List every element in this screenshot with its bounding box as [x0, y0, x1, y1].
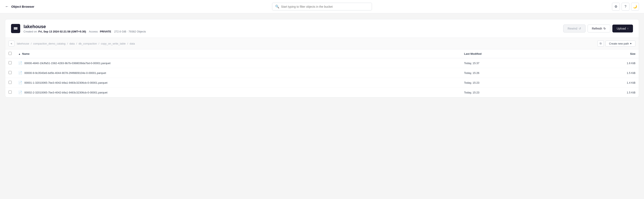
- bucket-meta: Created on: Fri, Sep 13 2024 02:21:58 (G…: [24, 30, 146, 33]
- create-path-button[interactable]: Create new path ✦: [606, 40, 636, 47]
- refresh-icon: ↻: [604, 27, 606, 30]
- bucket-header: lakehouse Created on: Fri, Sep 13 2024 0…: [5, 19, 639, 38]
- table-row: 📄 00002-2-32010065-7be3-4042-b9a1-9483c3…: [5, 88, 639, 98]
- upload-icon: ↑: [627, 27, 628, 30]
- breadcrumb-separator-0: /: [31, 42, 32, 45]
- table-header-row: ▲ Name Last Modified Size: [5, 49, 639, 58]
- breadcrumb-separator-4: /: [127, 42, 129, 45]
- header-right: ⚙ ? 🌙: [612, 3, 639, 10]
- row-name-cell: 📄 00000-4840-19cffa51-1582-4283-9b7b-036…: [15, 58, 461, 68]
- access-label: Access:: [89, 30, 98, 33]
- page-title: Object Browser: [11, 5, 34, 8]
- row-modified-cell: Today, 15:26: [461, 68, 570, 78]
- breadcrumb-separator-1: /: [67, 42, 68, 45]
- size-column-header: Size: [570, 49, 639, 58]
- settings-button[interactable]: ⚙: [612, 3, 620, 10]
- created-date: Fri, Sep 13 2024 02:21:58 (GMT+5:30): [38, 30, 86, 33]
- row-name-text[interactable]: 00002-2-32010065-7be3-4042-b9a1-9483c323…: [24, 91, 108, 94]
- breadcrumb-part-4[interactable]: copy_on_write_table: [101, 42, 126, 45]
- svg-rect-1: [14, 28, 18, 29]
- bucket-card: lakehouse Created on: Fri, Sep 13 2024 0…: [5, 19, 639, 98]
- row-name-cell: 📄 00001-1-32010065-7be3-4042-b9a1-9483c3…: [15, 78, 461, 88]
- copy-path-button[interactable]: ⧉: [598, 40, 604, 47]
- breadcrumb-bar: < lakehouse / compaction_demo_catalog / …: [5, 38, 639, 49]
- row-name-text[interactable]: 00001-1-32010065-7be3-4042-b9a1-9483c323…: [24, 81, 108, 84]
- bucket-icon: [11, 24, 20, 33]
- breadcrumb-separator-3: /: [98, 42, 100, 45]
- copy-icon: ⧉: [600, 42, 602, 45]
- table-row: 📄 00001-1-32010065-7be3-4042-b9a1-9483c3…: [5, 78, 639, 88]
- row-size-cell: 1.4 KiB: [570, 78, 639, 88]
- bucket-stats: 272.6 GiB · 79382 Objects: [114, 30, 146, 33]
- file-icon-0: 📄: [18, 61, 22, 65]
- breadcrumb-right: ⧉ Create new path ✦: [598, 40, 636, 47]
- rewind-label: Rewind: [568, 27, 578, 30]
- help-button[interactable]: ?: [622, 3, 630, 10]
- rewind-icon: ↺: [579, 27, 581, 30]
- breadcrumb-part-5[interactable]: data: [130, 42, 135, 45]
- row-checkbox-2[interactable]: [8, 81, 12, 84]
- bucket-info: lakehouse Created on: Fri, Sep 13 2024 0…: [11, 24, 146, 33]
- row-name-text[interactable]: 00000-9-9c3540e6-bd5b-4044-9078-2f4f8809…: [24, 72, 106, 74]
- row-checkbox-cell: [5, 58, 15, 68]
- file-icon-1: 📄: [18, 71, 22, 75]
- gear-icon: ⚙: [614, 4, 617, 8]
- row-checkbox-cell: [5, 88, 15, 98]
- create-path-label: Create new path ✦: [609, 42, 632, 45]
- table-body: 📄 00000-4840-19cffa51-1582-4283-9b7b-036…: [5, 58, 639, 98]
- bucket-actions: Rewind ↺ Refresh ↻ Upload ↑: [563, 24, 633, 32]
- search-input[interactable]: [281, 5, 369, 8]
- breadcrumb-back-button[interactable]: <: [8, 40, 14, 46]
- row-checkbox-3[interactable]: [8, 90, 12, 94]
- table-row: 📄 00000-9-9c3540e6-bd5b-4044-9078-2f4f88…: [5, 68, 639, 78]
- breadcrumb-part-1[interactable]: compaction_demo_catalog: [33, 42, 65, 45]
- theme-toggle-button[interactable]: 🌙: [631, 3, 639, 10]
- access-value: PRIVATE: [100, 30, 111, 33]
- upload-button[interactable]: Upload ↑: [612, 24, 633, 32]
- back-arrow-icon[interactable]: ←: [5, 4, 9, 9]
- search-wrapper: 🔍: [272, 3, 372, 10]
- help-icon: ?: [625, 5, 626, 8]
- table-header: ▲ Name Last Modified Size: [5, 49, 639, 58]
- header-left: ← Object Browser: [5, 4, 34, 9]
- search-icon: 🔍: [275, 4, 279, 8]
- row-modified-cell: Today, 15:37: [461, 58, 570, 68]
- row-size-cell: 1.6 KiB: [570, 58, 639, 68]
- last-modified-column-header: Last Modified: [461, 49, 570, 58]
- name-column-header: ▲ Name: [15, 49, 461, 58]
- row-checkbox-cell: [5, 68, 15, 78]
- select-all-header: [5, 49, 15, 58]
- bucket-name: lakehouse: [24, 24, 146, 29]
- file-table: ▲ Name Last Modified Size: [5, 49, 639, 97]
- sort-arrow-icon: ▲: [18, 53, 20, 55]
- row-name-text[interactable]: 00000-4840-19cffa51-1582-4283-9b7b-03680…: [24, 62, 110, 65]
- breadcrumb-left: < lakehouse / compaction_demo_catalog / …: [8, 40, 135, 46]
- refresh-button[interactable]: Refresh ↻: [588, 24, 610, 32]
- row-checkbox-1[interactable]: [8, 71, 12, 74]
- breadcrumb-part-0[interactable]: lakehouse: [17, 42, 29, 45]
- bucket-details: lakehouse Created on: Fri, Sep 13 2024 0…: [24, 24, 146, 33]
- back-chevron-icon: <: [10, 42, 12, 45]
- moon-icon: 🌙: [633, 4, 637, 8]
- table-row: 📄 00000-4840-19cffa51-1582-4283-9b7b-036…: [5, 58, 639, 68]
- rewind-button[interactable]: Rewind ↺: [563, 24, 586, 32]
- file-icon-2: 📄: [18, 81, 22, 84]
- search-area: 🔍: [272, 3, 372, 10]
- header: ← Object Browser 🔍 ⚙ ? 🌙: [0, 0, 644, 13]
- row-checkbox-cell: [5, 78, 15, 88]
- row-checkbox-0[interactable]: [8, 61, 12, 64]
- bucket-svg-icon: [13, 26, 18, 31]
- row-modified-cell: Today, 15:23: [461, 88, 570, 98]
- breadcrumb-part-2[interactable]: data: [69, 42, 74, 45]
- file-browser: < lakehouse / compaction_demo_catalog / …: [5, 38, 639, 97]
- row-size-cell: 1.5 KiB: [570, 88, 639, 98]
- breadcrumb-separator-2: /: [76, 42, 78, 45]
- refresh-label: Refresh: [592, 27, 602, 30]
- breadcrumb-part-3[interactable]: db_compaction: [79, 42, 97, 45]
- upload-label: Upload: [617, 27, 626, 30]
- row-size-cell: 1.5 KiB: [570, 68, 639, 78]
- row-name-cell: 📄 00000-9-9c3540e6-bd5b-4044-9078-2f4f88…: [15, 68, 461, 78]
- row-modified-cell: Today, 15:23: [461, 78, 570, 88]
- main-content: lakehouse Created on: Fri, Sep 13 2024 0…: [0, 13, 644, 103]
- select-all-checkbox[interactable]: [8, 52, 12, 55]
